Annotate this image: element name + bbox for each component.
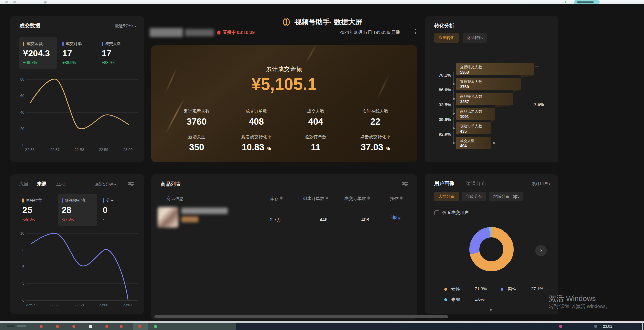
mp-stat-view-conversion: 观看成交转化率 10.83 % (228, 134, 285, 153)
subtab-region[interactable]: 地域分布 Top5 (489, 192, 523, 201)
address-bar[interactable] (54, 1, 523, 3)
product-settings-icon[interactable] (402, 181, 408, 186)
tray-icon[interactable] (594, 325, 597, 328)
taskbar-doc-icon[interactable] (89, 325, 92, 328)
step-rate: 92.9% (430, 132, 451, 137)
legend-male-value: 27.1% (531, 286, 543, 291)
browser-back-icon[interactable] (5, 1, 8, 3)
col-product-info: 商品信息 (166, 196, 184, 202)
mp-stat-buyers: 成交人数404 (287, 108, 344, 127)
legend-male: 男性 (501, 286, 516, 292)
mp-stat-click-conversion: 点击成交转化率 37.03 % (347, 134, 404, 153)
dashboard-page: 视频号助手· 数据大屏 直播中 03:10:39 2024年06月17日 19:… (0, 0, 644, 330)
subtab-age[interactable]: 年龄分布 (462, 192, 486, 201)
col-stock[interactable]: 库存 (270, 196, 283, 202)
step-rate: 70.1% (430, 73, 451, 78)
legend-dot (501, 288, 503, 291)
start-button[interactable] (7, 325, 14, 327)
user-profile-card: 用户画像 | 渠道分布 累计用户 ▾ 人群分布 年龄分布 地域分布 Top5 仅… (425, 174, 558, 314)
mp-stat-online: 实时在线人数22 (347, 108, 404, 127)
windows-taskbar: 23:01 (0, 323, 644, 330)
windows-activation-watermark: 激活 Windows (549, 293, 596, 304)
windows-activation-watermark-line2: 转到"设置"以激活 Windows。 (549, 304, 610, 310)
browser-scrollbar[interactable] (642, 321, 643, 330)
browser-profile-button[interactable] (574, 0, 600, 4)
taskbar-right-section (236, 323, 644, 330)
step-rate: 39.9% (430, 117, 451, 122)
source-line-chart (10, 174, 144, 314)
broadcast-start-time: 2024年06月17日 19:50:36 开播 (339, 29, 400, 36)
taskbar-app-icon[interactable] (105, 325, 108, 328)
legend-dot (444, 288, 447, 291)
conversion-card: 转化分析 流量转化 商品转化 直播曝光人数5363 直播观看人数3760 商品曝… (425, 16, 558, 162)
tab-channel-distribution[interactable]: 渠道分布 (466, 180, 486, 187)
profile-range-dropdown[interactable]: 累计用户 ▾ (532, 181, 550, 187)
checkbox-icon[interactable] (434, 210, 439, 215)
browser-top-bar (0, 0, 644, 4)
deal-line-chart (10, 16, 144, 162)
horizontal-scrollbar[interactable] (154, 315, 448, 318)
tray-icon[interactable] (559, 325, 562, 328)
taskbar-app-icon[interactable] (56, 325, 59, 328)
donut-hole (479, 237, 503, 261)
channels-logo-icon (282, 17, 291, 27)
taskbar-app-icon[interactable] (120, 325, 123, 328)
col-deal-orders[interactable]: 成交订单数 (344, 196, 370, 202)
product-title-blurred (181, 208, 228, 214)
col-action[interactable]: 操作 (390, 196, 403, 202)
total-amount-value: ¥5,105.1 (151, 75, 417, 94)
account-name-blurred (185, 29, 214, 36)
search-box[interactable] (17, 325, 26, 327)
deal-users-filter[interactable]: 仅看成交用户 (434, 210, 469, 216)
next-page-button[interactable]: › (535, 245, 547, 256)
checkbox-label: 仅看成交用户 (442, 210, 469, 216)
legend-unknown: 未知 (444, 296, 460, 303)
col-created-orders[interactable]: 创建订单数 (303, 196, 328, 202)
cell-deal-orders: 408 (361, 217, 369, 222)
gender-donut-chart (469, 227, 514, 271)
live-dot-icon (217, 31, 220, 34)
taskbar-app-icon[interactable] (138, 325, 141, 328)
product-image-blurred (158, 207, 178, 228)
product-tag-blurred (181, 216, 198, 222)
overall-rate: 7.5% (533, 101, 545, 108)
detail-link[interactable]: 详情 (391, 215, 401, 221)
deal-data-card: 成交数据 最近5分钟 ▾ 成交金额 ¥204.3 +68.7% 成交订单 17 … (10, 16, 144, 162)
legend-female-value: 71.3% (475, 286, 487, 291)
fullscreen-icon[interactable] (411, 29, 416, 34)
tab-divider: | (461, 180, 463, 186)
mp-stat-refund-orders: 退款订单数11 (287, 134, 344, 153)
live-status: 直播中 03:10:39 (223, 29, 255, 36)
step-rate: 86.6% (430, 87, 451, 92)
mp-stat-viewers: 累计观看人数3760 (168, 108, 225, 127)
cell-stock: 2.7万 (270, 217, 281, 223)
taskbar-clock: 23:01 (603, 324, 612, 328)
bookmark-star-icon[interactable] (555, 1, 558, 3)
traffic-source-card: 流量 来源 互动 最近5分钟 ▾ 直播推荐 25 -59.0% 短视频引流 28… (10, 174, 144, 314)
taskbar-app-icon[interactable] (40, 325, 43, 328)
product-list-card: 商品列表 商品信息 库存 创建订单数 成交订单数 操作 2.7万 446 408… (151, 174, 417, 320)
legend-unknown-value: 1.6% (475, 296, 485, 302)
subtab-gender[interactable]: 人群分布 (434, 192, 459, 201)
mp-stat-orders: 成交订单数408 (228, 108, 285, 127)
cell-created-orders: 446 (320, 217, 327, 222)
tab-favicon (44, 1, 47, 4)
legend-dot (444, 298, 447, 301)
taskbar-green-icon[interactable] (154, 325, 157, 328)
mp-stat-new-follows: 新增关注350 (168, 134, 225, 153)
extension-icon[interactable] (565, 1, 568, 3)
step-rate: 33.5% (430, 102, 451, 107)
browser-forward-icon[interactable] (13, 1, 16, 3)
page-title: 视频号助手· 数据大屏 (294, 17, 362, 27)
total-amount-label: 累计成交金额 (151, 65, 417, 73)
account-avatar-blurred (150, 28, 183, 37)
tab-user-profile[interactable]: 用户画像 (434, 180, 454, 187)
legend-female: 女性 (444, 286, 460, 292)
product-card-title: 商品列表 (161, 181, 181, 187)
cumulative-deal-panel: 累计成交金额 ¥5,105.1 累计观看人数3760 成交订单数408 成交人数… (151, 45, 417, 162)
pagination-dot[interactable] (490, 309, 492, 311)
taskbar-app-icon[interactable] (72, 325, 75, 328)
